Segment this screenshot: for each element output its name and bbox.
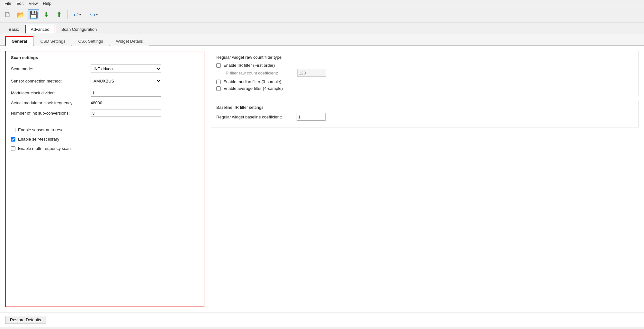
modulator-clock-divider-input[interactable] [91, 89, 161, 97]
enable-sensor-auto-reset-checkbox[interactable] [11, 128, 15, 132]
enable-multi-frequency-scan-checkbox[interactable] [11, 146, 15, 151]
bottom-bar: Restore Defaults [0, 312, 644, 327]
enable-self-test-library-row: Enable self-test library [11, 137, 199, 142]
sensor-connection-method-select[interactable]: AMUXBUS Direct [91, 77, 161, 85]
tab-advanced[interactable]: Advanced [25, 25, 55, 33]
top-tabs: Basic Advanced Scan Configuration [0, 22, 644, 33]
enable-sensor-auto-reset-label: Enable sensor auto-reset [18, 127, 65, 132]
scan-mode-select[interactable]: INT driven DMA driven Polling [91, 65, 161, 73]
tab-scan-configuration[interactable]: Scan Configuration [56, 25, 103, 33]
iir-coefficient-input [297, 69, 326, 77]
sub-tab-csd-settings[interactable]: CSD Settings [34, 37, 71, 46]
export-down-icon: ⬇ [43, 11, 49, 19]
baseline-iir-filter-title: Baseline IIR filter settings [216, 105, 633, 110]
raw-count-filter-title: Regular widget raw count filter type [216, 55, 633, 60]
baseline-coefficient-label: Regular widget baseline coefficient: [216, 115, 293, 119]
panels-row: Scan settings Scan mode: INT driven DMA … [0, 46, 644, 312]
enable-multi-frequency-scan-row: Enable multi-frequency scan [11, 146, 199, 151]
undo-icon: ↪ [73, 11, 79, 19]
export-up-icon: ⬆ [56, 11, 62, 19]
enable-iir-filter-label: Enable IIR filter (First order) [223, 63, 275, 68]
number-of-init-sub-conversions-input[interactable] [91, 109, 161, 117]
restore-defaults-button[interactable]: Restore Defaults [5, 316, 46, 324]
enable-median-filter-label: Enable median filter (3-sample) [223, 79, 282, 84]
open-file-icon: 📂 [17, 11, 25, 19]
redo-icon: ↪ [90, 11, 95, 19]
menu-file[interactable]: File [2, 0, 14, 6]
sensor-connection-method-label: Sensor connection method: [11, 79, 88, 83]
undo-button[interactable]: ↪ ▼ [70, 9, 85, 20]
enable-median-filter-row: Enable median filter (3-sample) [216, 79, 633, 84]
number-of-init-sub-conversions-label: Number of init sub-conversions: [11, 111, 88, 116]
undo-dropdown-arrow: ▼ [79, 13, 82, 16]
right-panel: Regular widget raw count filter type Ena… [211, 51, 639, 307]
modulator-clock-divider-row: Modulator clock divider: [11, 89, 199, 97]
menu-help[interactable]: Help [40, 0, 54, 6]
iir-coefficient-row: IIR filter raw count coefficient: [223, 69, 633, 77]
export-down-button[interactable]: ⬇ [40, 9, 52, 20]
enable-median-filter-checkbox[interactable] [216, 80, 221, 84]
sub-tab-general[interactable]: General [5, 36, 33, 46]
number-of-init-sub-conversions-row: Number of init sub-conversions: [11, 109, 199, 117]
baseline-iir-filter-section: Baseline IIR filter settings Regular wid… [211, 101, 639, 127]
menu-edit[interactable]: Edit [14, 0, 26, 6]
enable-iir-filter-row: Enable IIR filter (First order) [216, 63, 633, 68]
menubar: File Edit View Help [0, 0, 644, 7]
scan-mode-row: Scan mode: INT driven DMA driven Polling [11, 65, 199, 73]
save-button[interactable]: 💾 [28, 9, 39, 20]
sub-tab-widget-details[interactable]: Widget Details [110, 37, 149, 46]
save-icon: 💾 [29, 11, 38, 19]
enable-self-test-library-label: Enable self-test library [18, 137, 59, 142]
baseline-coefficient-row: Regular widget baseline coefficient: [216, 113, 633, 121]
enable-self-test-library-checkbox[interactable] [11, 137, 15, 142]
iir-coefficient-label: IIR filter raw count coefficient: [223, 71, 294, 75]
toolbar: 🗋 📂 💾 ⬇ ⬆ ↪ ▼ ↪ ▼ [0, 7, 644, 22]
new-file-button[interactable]: 🗋 [2, 9, 13, 20]
enable-sensor-auto-reset-row: Enable sensor auto-reset [11, 127, 199, 132]
enable-average-filter-row: Enable average filter (4-sample) [216, 86, 633, 91]
export-up-button[interactable]: ⬆ [53, 9, 65, 20]
actual-modulator-clock-frequency-label: Actual modulator clock frequency: [11, 100, 88, 105]
baseline-coefficient-input[interactable] [297, 113, 326, 121]
new-file-icon: 🗋 [4, 11, 11, 19]
left-panel: Scan settings Scan mode: INT driven DMA … [5, 51, 204, 307]
open-file-button[interactable]: 📂 [15, 9, 26, 20]
scan-settings-title: Scan settings [11, 55, 199, 60]
sub-tab-csx-settings[interactable]: CSX Settings [72, 37, 109, 46]
redo-dropdown-arrow: ▼ [95, 13, 98, 16]
actual-modulator-clock-frequency-value: 48000 [91, 100, 102, 105]
enable-iir-filter-checkbox[interactable] [216, 63, 221, 68]
raw-count-filter-section: Regular widget raw count filter type Ena… [211, 51, 639, 96]
toolbar-separator-1 [67, 10, 67, 19]
enable-average-filter-checkbox[interactable] [216, 86, 221, 91]
menu-view[interactable]: View [26, 0, 40, 6]
enable-average-filter-label: Enable average filter (4-sample) [223, 86, 283, 91]
sensor-connection-method-row: Sensor connection method: AMUXBUS Direct [11, 77, 199, 85]
actual-modulator-clock-frequency-row: Actual modulator clock frequency: 48000 [11, 100, 199, 105]
scan-mode-label: Scan mode: [11, 66, 88, 71]
main-content: General CSD Settings CSX Settings Widget… [0, 33, 644, 327]
tab-basic[interactable]: Basic [3, 25, 24, 33]
divider-1 [11, 122, 199, 122]
sub-tabs: General CSD Settings CSX Settings Widget… [0, 33, 644, 46]
redo-button[interactable]: ↪ ▼ [86, 9, 102, 20]
enable-multi-frequency-scan-label: Enable multi-frequency scan [18, 146, 71, 151]
modulator-clock-divider-label: Modulator clock divider: [11, 91, 88, 95]
